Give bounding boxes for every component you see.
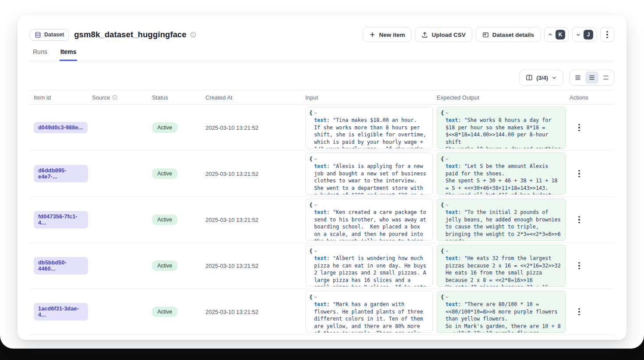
avatar-k: K (556, 30, 565, 39)
columns-count: (3/4) (536, 75, 548, 81)
expand-chevron-icon[interactable] (445, 111, 449, 115)
open-brace: { (441, 202, 444, 208)
json-key: text (314, 301, 326, 307)
upload-csv-button[interactable]: Upload CSV (415, 27, 472, 42)
col-header-item-id[interactable]: Item id (30, 94, 88, 101)
app-window: Dataset gsm8k_dataset_huggingface (0, 0, 644, 349)
col-header-expected-output[interactable]: Expected Output (433, 94, 566, 101)
kebab-icon (578, 308, 580, 316)
created-at-value: 2025-03-10 13:21:52 (205, 217, 258, 223)
table-row: db5bbd50-4460... Active 2025-03-10 13:21… (30, 243, 614, 289)
status-cell: Active (148, 105, 202, 150)
expand-chevron-icon[interactable] (445, 249, 449, 253)
input-json-viewer[interactable]: { text: "Albert is wondering how much pi… (305, 245, 433, 287)
open-brace: { (441, 110, 444, 116)
expected-output-json-viewer[interactable]: { text: "She works 8 hours a day for $18… (437, 107, 566, 149)
input-json-viewer[interactable]: { text: "Tina makes $18.00 an hour. If s… (305, 107, 433, 149)
json-colon: : (458, 117, 464, 123)
tab-bar: Runs Items (30, 48, 614, 61)
source-cell (88, 151, 148, 196)
item-id-badge[interactable]: 1acd6f31-3dae-4... (34, 303, 88, 321)
columns-selector-button[interactable]: (3/4) (519, 70, 563, 86)
input-cell: { text: "Tina makes $18.00 an hour. If s… (301, 105, 433, 150)
actions-cell (566, 243, 614, 289)
title-info-icon[interactable] (190, 32, 196, 38)
col-header-source[interactable]: Source (88, 94, 148, 101)
expand-chevron-icon[interactable] (314, 157, 318, 161)
json-colon: : (458, 301, 464, 307)
open-brace: { (441, 294, 444, 300)
expected-output-cell: { text: "There are 80/100 * 10 = <<80/10… (433, 289, 566, 335)
expected-output-json-viewer[interactable]: { text: "Let S be the amount Alexis paid… (437, 153, 566, 195)
col-header-created-at[interactable]: Created At (202, 94, 301, 101)
expand-chevron-icon[interactable] (445, 295, 449, 299)
expected-output-json-viewer[interactable]: { text: "There are 80/100 * 10 = <<80/10… (437, 291, 566, 333)
row-height-medium-button[interactable] (585, 71, 598, 84)
input-json-viewer[interactable]: { text: "Mark has a garden with flowers.… (305, 291, 433, 333)
expected-output-json-viewer[interactable]: { text: "To the initial 2 pounds of jell… (437, 199, 566, 241)
avatar-j: J (584, 30, 593, 39)
row-actions-button[interactable] (576, 306, 583, 318)
open-brace: { (441, 248, 444, 254)
created-at-cell: 2025-03-10 13:21:52 (202, 105, 301, 150)
item-id-badge[interactable]: d6ddb895-e4e7-... (34, 165, 88, 182)
tab-runs[interactable]: Runs (32, 48, 48, 61)
item-id-badge[interactable]: fd047356-7fc1-4... (34, 211, 88, 228)
header-more-actions-button[interactable] (600, 27, 614, 42)
json-colon: : (326, 163, 333, 169)
row-actions-button[interactable] (576, 121, 583, 134)
json-key: text (314, 117, 326, 123)
expand-chevron-icon[interactable] (445, 157, 449, 161)
row-height-small-button[interactable] (571, 71, 584, 84)
open-brace: { (309, 294, 312, 300)
item-id-badge[interactable]: d049d0c3-988e... (34, 122, 88, 133)
expand-chevron-icon[interactable] (445, 203, 449, 207)
upload-icon (421, 32, 428, 38)
json-colon: : (326, 255, 333, 261)
row-height-large-button[interactable] (599, 71, 612, 84)
new-item-button[interactable]: New item (363, 27, 411, 42)
plus-icon (369, 32, 375, 38)
density-tall-icon (602, 74, 609, 81)
expand-chevron-icon[interactable] (314, 203, 318, 207)
table-body: d049d0c3-988e... Active 2025-03-10 13:21… (30, 105, 614, 335)
page-header: Dataset gsm8k_dataset_huggingface (30, 15, 614, 43)
item-id-cell: fd047356-7fc1-4... (30, 197, 88, 242)
item-id-badge[interactable]: db5bbd50-4460... (34, 257, 88, 274)
item-id-cell: d049d0c3-988e... (30, 105, 88, 150)
created-at-value: 2025-03-10 13:21:52 (205, 309, 258, 315)
dataset-details-button[interactable]: Dataset details (476, 27, 541, 42)
tab-items[interactable]: Items (60, 48, 78, 61)
expected-output-cell: { text: "She works 8 hours a day for $18… (433, 105, 566, 150)
table-header-row: Item id Source Status Created At Input E… (30, 90, 614, 105)
dataset-page-card: Dataset gsm8k_dataset_huggingface (18, 15, 626, 340)
expand-chevron-icon[interactable] (314, 111, 318, 115)
json-key: text (446, 209, 458, 215)
row-actions-button[interactable] (576, 260, 583, 272)
source-info-icon[interactable] (112, 95, 117, 100)
status-cell: Active (148, 243, 202, 289)
kebab-icon (578, 170, 580, 178)
expected-output-json-viewer[interactable]: { text: "He eats 32 from the largest piz… (437, 245, 566, 287)
density-medium-icon (588, 74, 595, 81)
expand-chevron-icon[interactable] (314, 295, 318, 299)
col-header-input[interactable]: Input (301, 94, 433, 101)
json-colon: : (458, 163, 464, 169)
status-badge: Active (152, 307, 177, 317)
json-key: text (446, 255, 458, 261)
expected-output-cell: { text: "He eats 32 from the largest piz… (433, 243, 566, 289)
status-badge: Active (152, 260, 177, 271)
status-cell: Active (148, 197, 202, 242)
row-actions-button[interactable] (576, 214, 583, 226)
actions-cell (566, 105, 614, 150)
created-at-value: 2025-03-10 13:21:52 (205, 171, 258, 177)
open-brace: { (309, 110, 312, 116)
input-json-viewer[interactable]: { text: "Alexis is applying for a new jo… (305, 153, 433, 195)
source-cell (88, 243, 148, 289)
compare-down-button[interactable]: J (572, 27, 597, 42)
compare-up-button[interactable]: K (544, 27, 569, 42)
expand-chevron-icon[interactable] (314, 249, 318, 253)
col-header-status[interactable]: Status (148, 94, 202, 101)
row-actions-button[interactable] (576, 168, 583, 180)
input-json-viewer[interactable]: { text: "Ken created a care package to s… (305, 199, 433, 241)
